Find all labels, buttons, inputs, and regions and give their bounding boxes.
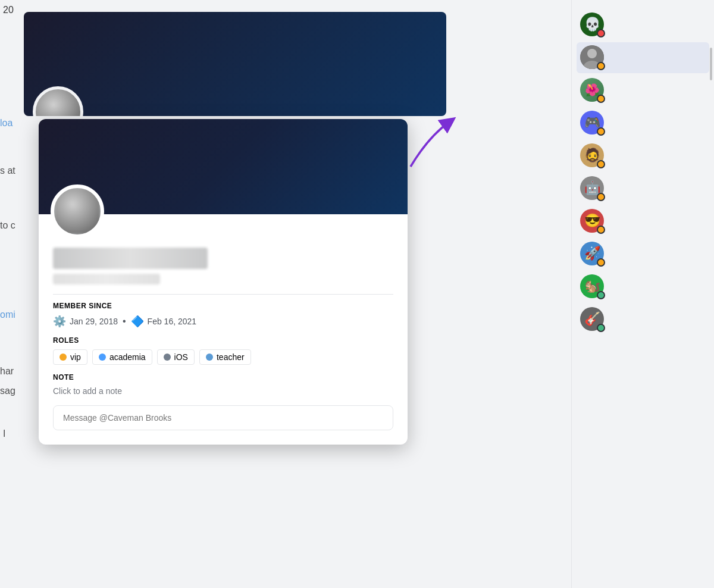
member-since-row: ⚙️ Jan 29, 2018 • 🔷 Feb 16, 2021 [53, 315, 393, 328]
avatar-wrap-8: 🚀 [580, 242, 605, 267]
roles-section: ROLES vip academia iOS [53, 336, 393, 365]
member-item-4[interactable]: 🎮 [577, 108, 709, 139]
partial-text-20: 20 [3, 5, 14, 15]
roles-list: vip academia iOS teacher [53, 349, 393, 365]
avatar-wrap-2 [580, 45, 605, 70]
role-vip-label: vip [70, 352, 81, 362]
partial-text-sat: s at [0, 165, 15, 176]
member-item-10[interactable]: 🎸 [577, 304, 709, 335]
profile-banner [39, 119, 408, 214]
server-join-date: 🔷 Feb 16, 2021 [131, 315, 197, 328]
status-dot-1 [597, 29, 605, 37]
status-dot-9 [597, 291, 605, 299]
status-dot-10 [597, 324, 605, 332]
avatar-wrap-10: 🎸 [580, 307, 605, 332]
status-dot-3 [597, 95, 605, 103]
role-teacher: teacher [199, 349, 251, 365]
member-item-7[interactable]: 😎 [577, 206, 709, 237]
role-teacher-dot [206, 354, 213, 361]
partial-text-sag: sag [0, 386, 15, 396]
role-academia: academia [92, 349, 152, 365]
partial-text-toc: to c [0, 220, 15, 231]
member-item-8[interactable]: 🚀 [577, 239, 709, 270]
svg-point-1 [587, 49, 597, 58]
top-profile-banner [24, 12, 446, 116]
profile-divider [53, 294, 393, 295]
profile-avatar [51, 184, 104, 238]
discord-date-text: Jan 29, 2018 [70, 317, 118, 326]
status-dot-4 [597, 127, 605, 136]
role-vip-dot [60, 354, 67, 361]
partial-text-i: I [3, 429, 5, 439]
member-list: 💀 🌺 [572, 5, 714, 340]
avatar-wrap-5: 🧔 [580, 143, 605, 168]
avatar-wrap-9: 🐿️ [580, 274, 605, 299]
status-dot-7 [597, 226, 605, 234]
role-vip: vip [53, 349, 87, 365]
avatar-wrap-1: 💀 [580, 12, 605, 37]
role-teacher-label: teacher [217, 352, 245, 362]
member-item-9[interactable]: 🐿️ [577, 271, 709, 302]
status-dot-2 [597, 62, 605, 70]
date-bullet: • [123, 316, 126, 327]
member-since-title: MEMBER SINCE [53, 302, 393, 310]
server-date-text: Feb 16, 2021 [148, 317, 197, 326]
scroll-indicator [710, 48, 712, 80]
profile-popup: MEMBER SINCE ⚙️ Jan 29, 2018 • 🔷 Feb 16,… [39, 119, 408, 445]
status-dot-5 [597, 160, 605, 168]
member-item-5[interactable]: 🧔 [577, 140, 709, 171]
discord-icon: ⚙️ [53, 315, 66, 328]
note-section: NOTE Click to add a note [53, 373, 393, 396]
status-dot-8 [597, 258, 605, 267]
note-placeholder[interactable]: Click to add a note [53, 386, 393, 396]
discord-join-date: ⚙️ Jan 29, 2018 [53, 315, 118, 328]
message-input[interactable] [53, 405, 393, 430]
member-item-1[interactable]: 💀 [577, 10, 709, 40]
member-item-3[interactable]: 🌺 [577, 75, 709, 106]
partial-text-har: har [0, 366, 14, 377]
role-academia-label: academia [109, 352, 146, 362]
avatar-wrap-3: 🌺 [580, 78, 605, 103]
member-item-2[interactable] [577, 42, 709, 73]
role-ios: iOS [157, 349, 195, 365]
server-icon: 🔷 [131, 315, 144, 328]
note-title: NOTE [53, 373, 393, 381]
member-sidebar: 💀 🌺 [571, 0, 714, 588]
profile-body: MEMBER SINCE ⚙️ Jan 29, 2018 • 🔷 Feb 16,… [39, 214, 408, 445]
partial-text-omi: omi [0, 309, 15, 320]
role-academia-dot [99, 354, 106, 361]
status-dot-6 [597, 193, 605, 201]
avatar-wrap-6: 🤖 [580, 176, 605, 201]
partial-text-loa: loa [0, 118, 12, 129]
role-ios-label: iOS [174, 352, 188, 362]
member-item-6[interactable]: 🤖 [577, 173, 709, 204]
role-ios-dot [164, 354, 171, 361]
avatar-wrap-7: 😎 [580, 209, 605, 234]
roles-title: ROLES [53, 336, 393, 345]
avatar-wrap-4: 🎮 [580, 111, 605, 136]
